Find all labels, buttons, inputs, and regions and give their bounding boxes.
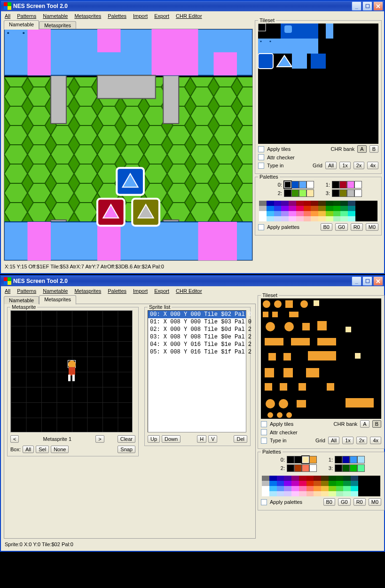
- master-palette-cell[interactable]: [340, 216, 348, 221]
- menu-chr-editor[interactable]: CHR Editor: [176, 13, 202, 19]
- menu-palettes[interactable]: Palettes: [108, 13, 126, 19]
- master-palette-cell[interactable]: [343, 481, 351, 486]
- master-palette-cell[interactable]: [326, 206, 333, 211]
- grid-all-button[interactable]: All: [325, 162, 337, 169]
- master-palette-cell[interactable]: [318, 216, 326, 221]
- master-palette-cell[interactable]: [289, 201, 296, 206]
- palette-color[interactable]: [306, 189, 314, 197]
- master-palette-cell[interactable]: [277, 476, 284, 481]
- box-none-button[interactable]: None: [51, 446, 69, 453]
- menu-all[interactable]: All: [5, 288, 10, 294]
- master-palette-cell[interactable]: [358, 476, 366, 481]
- tileset-canvas[interactable]: [261, 298, 381, 419]
- minimize-button[interactable]: _: [352, 276, 361, 286]
- menu-nametable[interactable]: Nametable: [43, 288, 68, 294]
- master-palette[interactable]: [262, 476, 380, 496]
- sprite-list-item[interactable]: 04: X 000 Y 016 Tile $1e Pal 2: [148, 341, 246, 348]
- menu-nametable[interactable]: Nametable: [43, 13, 68, 19]
- master-palette-cell[interactable]: [336, 491, 344, 496]
- master-palette-cell[interactable]: [329, 476, 336, 481]
- master-palette-cell[interactable]: [311, 201, 318, 206]
- master-palette-cell[interactable]: [348, 216, 355, 221]
- tab-nametable[interactable]: Nametable: [4, 296, 39, 304]
- palette-color[interactable]: [291, 181, 299, 188]
- master-palette-cell[interactable]: [269, 486, 277, 491]
- master-palette-cell[interactable]: [277, 491, 284, 496]
- master-palette-cell[interactable]: [326, 201, 333, 206]
- sprite-list-item[interactable]: 01: X 008 Y 000 Tile $03 Pal 0: [148, 318, 246, 326]
- palette-color[interactable]: [309, 464, 317, 472]
- master-palette-cell[interactable]: [284, 486, 291, 491]
- m0-button[interactable]: M0: [369, 498, 381, 506]
- palette-color[interactable]: [284, 189, 291, 197]
- master-palette-cell[interactable]: [291, 486, 299, 491]
- master-palette-cell[interactable]: [355, 201, 363, 206]
- clear-button[interactable]: Clear: [118, 435, 135, 443]
- master-palette-cell[interactable]: [333, 201, 341, 206]
- master-palette-cell[interactable]: [291, 491, 299, 496]
- tab-metasprites[interactable]: Metasprites: [39, 295, 76, 305]
- palette-color[interactable]: [294, 456, 302, 463]
- master-palette-cell[interactable]: [314, 486, 321, 491]
- master-palette-cell[interactable]: [355, 206, 363, 211]
- menu-palettes[interactable]: Palettes: [108, 288, 126, 294]
- prev-metasprite-button[interactable]: <: [10, 435, 19, 443]
- master-palette-cell[interactable]: [262, 486, 269, 491]
- master-palette-cell[interactable]: [358, 486, 366, 491]
- master-palette-cell[interactable]: [259, 216, 267, 221]
- palette-color[interactable]: [335, 464, 342, 472]
- palette-color[interactable]: [284, 181, 291, 188]
- master-palette-cell[interactable]: [259, 201, 267, 206]
- palette-color[interactable]: [287, 456, 294, 463]
- sprite-down-button[interactable]: Down: [162, 435, 181, 443]
- master-palette-cell[interactable]: [274, 206, 282, 211]
- grid-4x-button[interactable]: 4x: [370, 437, 381, 444]
- palette-color[interactable]: [294, 464, 302, 472]
- maximize-button[interactable]: ☐: [362, 276, 372, 286]
- master-palette-cell[interactable]: [274, 211, 282, 216]
- master-palette-cell[interactable]: [340, 211, 348, 216]
- tab-nametable[interactable]: Nametable: [4, 20, 39, 30]
- master-palette-cell[interactable]: [351, 486, 358, 491]
- master-palette-cell[interactable]: [351, 481, 358, 486]
- master-palette-cell[interactable]: [284, 481, 291, 486]
- apply-palettes-checkbox[interactable]: [258, 224, 264, 230]
- sprite-up-button[interactable]: Up: [148, 435, 160, 443]
- menu-import[interactable]: Import: [133, 288, 148, 294]
- tileset-canvas[interactable]: [258, 24, 378, 144]
- palette-color[interactable]: [302, 464, 309, 472]
- master-palette-cell[interactable]: [358, 481, 366, 486]
- palette-color[interactable]: [299, 181, 306, 188]
- palette-color[interactable]: [287, 464, 294, 472]
- master-palette-cell[interactable]: [348, 206, 355, 211]
- palette-color[interactable]: [291, 189, 299, 197]
- master-palette-cell[interactable]: [299, 481, 306, 486]
- master-palette-cell[interactable]: [329, 491, 336, 496]
- palette-color[interactable]: [302, 456, 309, 463]
- master-palette-cell[interactable]: [321, 486, 329, 491]
- palette-color[interactable]: [335, 456, 342, 463]
- menu-metasprites[interactable]: Metasprites: [74, 288, 101, 294]
- g0-button[interactable]: G0: [338, 498, 351, 506]
- sprite-list-item[interactable]: 00: X 000 Y 000 Tile $02 Pal 0: [148, 311, 246, 318]
- master-palette-cell[interactable]: [306, 486, 314, 491]
- master-palette-cell[interactable]: [304, 206, 311, 211]
- palette-color[interactable]: [350, 456, 357, 463]
- master-palette-cell[interactable]: [318, 206, 326, 211]
- grid-2x-button[interactable]: 2x: [354, 162, 365, 169]
- master-palette-cell[interactable]: [329, 486, 336, 491]
- master-palette-cell[interactable]: [311, 211, 318, 216]
- master-palette-cell[interactable]: [274, 216, 282, 221]
- master-palette-cell[interactable]: [267, 211, 274, 216]
- master-palette-cell[interactable]: [318, 201, 326, 206]
- master-palette-cell[interactable]: [340, 206, 348, 211]
- master-palette-cell[interactable]: [333, 216, 341, 221]
- master-palette-cell[interactable]: [311, 216, 318, 221]
- palette-color[interactable]: [306, 181, 314, 188]
- master-palette-cell[interactable]: [281, 216, 289, 221]
- master-palette-cell[interactable]: [299, 486, 306, 491]
- apply-tiles-checkbox[interactable]: [258, 146, 264, 152]
- menu-chr-editor[interactable]: CHR Editor: [176, 288, 202, 294]
- grid-1x-button[interactable]: 1x: [342, 437, 354, 444]
- palette-color[interactable]: [347, 189, 354, 197]
